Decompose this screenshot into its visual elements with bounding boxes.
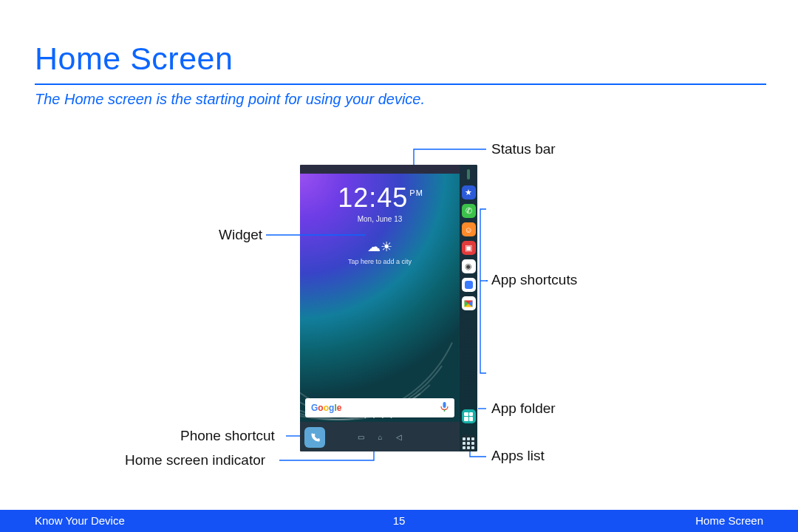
messages-icon [462, 278, 476, 292]
play-store-icon [462, 296, 476, 310]
back-icon: ◁ [396, 433, 402, 441]
callout-app-shortcuts: App shortcuts [491, 272, 577, 288]
galaxy-apps-icon: ▣ [462, 241, 476, 255]
weather-icon: ☁︎☀︎ [300, 239, 460, 255]
edge-panel: ★ ✆ ☺ ▣ ◉ [460, 165, 477, 451]
contacts-icon: ☺ [462, 222, 476, 236]
footer-page: 15 [0, 514, 798, 527]
clock-time: 12:45 [338, 183, 408, 213]
mic-icon [440, 402, 449, 415]
manual-page: Home Screen The Home screen is the start… [0, 0, 798, 532]
title-rule [35, 83, 766, 85]
callout-app-folder: App folder [491, 400, 556, 417]
phone-shortcut-icon [304, 427, 325, 448]
chrome-icon: ◉ [462, 259, 476, 273]
status-bar [300, 165, 460, 174]
clock-date: Mon, June 13 [300, 215, 460, 223]
device-screenshot: 12:45PM Mon, June 13 ☁︎☀︎ Tap here to ad… [300, 165, 477, 451]
svg-rect-0 [443, 402, 446, 408]
app-folder-icon [462, 409, 476, 423]
recent-apps-icon: ▭ [358, 433, 364, 441]
soft-keys: ▭ ⌂ ◁ [325, 433, 434, 441]
callout-widget: Widget [219, 227, 262, 243]
phone-icon: ✆ [462, 204, 476, 218]
home-icon: ⌂ [378, 433, 382, 441]
google-search-bar: Google [305, 398, 454, 417]
clock-widget: 12:45PM Mon, June 13 [300, 183, 460, 223]
clock-ampm: PM [409, 188, 423, 197]
callout-home-indicator: Home screen indicator [125, 452, 265, 468]
nav-bar: ▭ ⌂ ◁ [300, 422, 460, 451]
callout-apps-list: Apps list [491, 448, 545, 464]
weather-hint: Tap here to add a city [300, 258, 460, 265]
callout-phone-shortcut: Phone shortcut [180, 428, 275, 444]
page-footer: Know Your Device 15 Home Screen [0, 510, 798, 532]
google-logo: Google [311, 403, 341, 413]
weather-widget: ☁︎☀︎ Tap here to add a city [300, 239, 460, 265]
footer-topic: Home Screen [695, 514, 763, 527]
star-icon: ★ [462, 185, 476, 200]
apps-list-icon [460, 435, 477, 451]
edge-handle-icon [467, 169, 470, 180]
page-intro: The Home screen is the starting point fo… [35, 91, 425, 108]
callout-status-bar: Status bar [491, 141, 556, 157]
page-title: Home Screen [35, 41, 233, 77]
